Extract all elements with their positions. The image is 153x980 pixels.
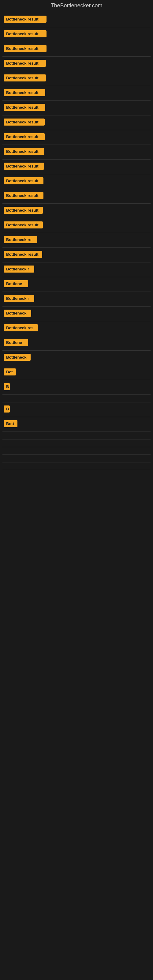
list-item [2,440,151,446]
bottleneck-badge: Bottleneck result [4,251,42,258]
bottleneck-badge: Bottleneck result [4,104,45,111]
divider [2,100,151,101]
list-item: Bottleneck [2,351,151,364]
bottleneck-badge: Bottleneck [4,354,30,361]
divider [2,306,151,307]
divider [2,218,151,218]
bottleneck-badge: Bottleneck result [4,89,45,96]
list-item: Bottleneck res [2,322,151,335]
bottleneck-badge: Bottleneck result [4,45,46,52]
list-item: Bottleneck r [2,293,151,305]
list-item: Bottleneck result [2,72,151,85]
list-item: Bottleneck result [2,131,151,144]
bottleneck-badge: Bottleneck result [4,207,43,214]
divider [2,439,151,439]
divider [2,462,151,463]
list-item: Bottlene [2,337,151,350]
list-item [2,455,151,461]
bottleneck-badge: Bottleneck result [4,133,45,140]
bottleneck-badge: Bottleneck result [4,60,46,67]
list-item [2,395,151,401]
divider [2,402,151,402]
bottleneck-badge: Bottleneck [4,310,31,317]
divider [2,395,151,395]
list-item: Bottleneck result [2,28,151,41]
bottleneck-badge: Bottlene [4,339,28,346]
list-item: Bottleneck r [2,263,151,276]
list-item [2,448,151,454]
list-item: Bottleneck result [2,116,151,129]
list-item: Bottleneck result [2,160,151,173]
divider [2,189,151,189]
bottleneck-badge: Bottleneck result [4,16,46,23]
list-item: Bottleneck result [2,57,151,70]
bottleneck-badge: Bottleneck re [4,236,37,243]
divider [2,56,151,57]
divider [2,277,151,277]
bottleneck-badge: Bottleneck result [4,119,45,126]
bottleneck-badge: Bottleneck r [4,295,34,302]
list-item: Bottleneck result [2,248,151,261]
divider [2,71,151,72]
bottleneck-badge: B [4,406,10,412]
divider [2,380,151,380]
bottleneck-badge: Bottleneck result [4,192,43,199]
divider [2,431,151,432]
list-item [2,463,151,469]
list-item: Bottleneck result [2,219,151,232]
list-item: Bottleneck result [2,204,151,218]
list-item: Bottleneck result [2,43,151,56]
divider [2,336,151,336]
divider [2,174,151,174]
bottleneck-badge: B [4,383,10,390]
divider [2,291,151,292]
divider [2,41,151,42]
list-item: Bott [2,418,151,431]
divider [2,350,151,351]
list-item: Bottleneck [2,307,151,320]
site-header: TheBottlenecker.com [0,0,153,11]
items-container: Bottleneck resultBottleneck resultBottle… [0,11,153,472]
divider [2,130,151,130]
site-title: TheBottlenecker.com [0,0,153,11]
list-item: Bottleneck result [2,189,151,203]
bottleneck-badge: Bottlene [4,280,28,287]
divider [2,262,151,262]
bottleneck-badge: Bottleneck result [4,162,44,170]
bottleneck-badge: Bottleneck result [4,177,43,185]
divider [2,145,151,145]
divider [2,470,151,470]
divider [2,27,151,27]
divider [2,247,151,248]
list-item: Bottleneck result [2,145,151,159]
list-item: B [2,381,151,394]
bottleneck-badge: Bottleneck result [4,30,46,37]
divider [2,447,151,447]
list-item: Bottleneck result [2,101,151,115]
list-item: Bot [2,366,151,379]
bottleneck-badge: Bot [4,368,16,375]
list-item: Bottleneck result [2,175,151,188]
list-item: Bottleneck result [2,87,151,100]
divider [2,233,151,233]
divider [2,86,151,86]
list-item: Bottlene [2,278,151,291]
bottleneck-badge: Bottleneck res [4,324,38,331]
bottleneck-badge: Bottleneck r [4,266,34,272]
list-item: Bottleneck re [2,234,151,247]
bottleneck-badge: Bottleneck result [4,221,43,229]
bottleneck-badge: Bottleneck result [4,75,46,81]
list-item: Bottleneck result [2,13,151,26]
list-item [2,433,151,439]
bottleneck-badge: Bottleneck result [4,148,44,155]
list-item: B [2,403,151,416]
bottleneck-badge: Bott [4,420,18,427]
